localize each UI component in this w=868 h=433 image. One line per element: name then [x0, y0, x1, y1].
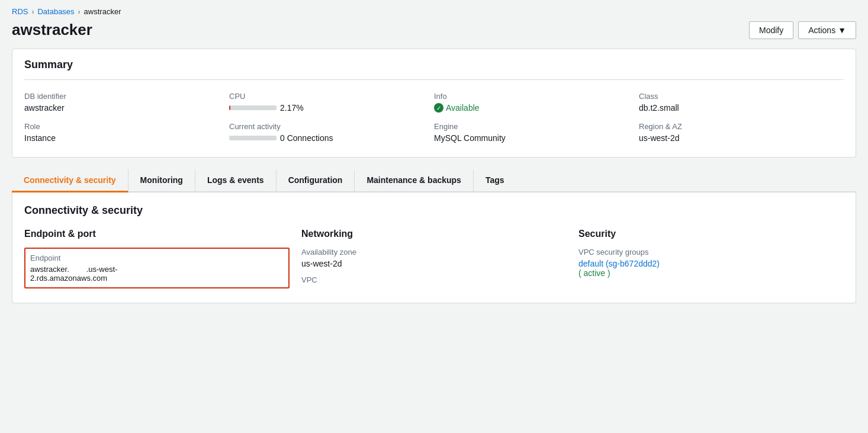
modify-button[interactable]: Modify	[749, 21, 793, 39]
cpu-bar-wrapper: 2.17%	[229, 103, 434, 113]
engine-cell: Engine MySQL Community	[434, 117, 639, 147]
role-cell: Role Instance	[24, 117, 229, 147]
db-identifier-label: DB identifier	[24, 92, 229, 101]
region-value: us-west-2d	[639, 133, 844, 143]
breadcrumb-sep-1: ›	[31, 8, 34, 16]
cpu-label: CPU	[229, 92, 434, 101]
security-title: Security	[578, 229, 844, 239]
endpoint-port-column: Endpoint & port Endpoint awstracker. .us…	[24, 229, 290, 291]
tabs-bar: Connectivity & security Monitoring Logs …	[12, 169, 856, 193]
role-label: Role	[24, 122, 229, 131]
security-column: Security VPC security groups default (sg…	[578, 229, 844, 291]
current-activity-value: 0 Connections	[280, 133, 333, 143]
class-label: Class	[639, 92, 844, 101]
summary-card: Summary DB identifier awstracker CPU 2.1…	[12, 49, 856, 158]
cpu-bar	[229, 105, 277, 110]
tab-connectivity[interactable]: Connectivity & security	[12, 169, 128, 193]
page-title: awstracker	[12, 21, 92, 39]
az-label: Availability zone	[301, 248, 567, 256]
actions-button[interactable]: Actions ▼	[798, 21, 856, 39]
az-value: us-west-2d	[301, 259, 567, 268]
header-buttons: Modify Actions ▼	[749, 21, 856, 39]
engine-label: Engine	[434, 122, 639, 131]
conn-bar-wrapper: 0 Connections	[229, 133, 434, 143]
sg-status: ( active )	[578, 268, 610, 278]
tab-logs[interactable]: Logs & events	[195, 169, 277, 193]
info-value: Available	[446, 103, 480, 113]
role-value: Instance	[24, 133, 229, 143]
endpoint-label: Endpoint	[30, 254, 284, 262]
tab-maintenance[interactable]: Maintenance & backups	[355, 169, 474, 193]
status-available: ✓ Available	[434, 103, 639, 113]
content-columns: Endpoint & port Endpoint awstracker. .us…	[24, 229, 844, 291]
cpu-cell: CPU 2.17%	[229, 87, 434, 117]
summary-grid: DB identifier awstracker CPU 2.17% Info …	[24, 87, 844, 147]
engine-value: MySQL Community	[434, 133, 639, 143]
breadcrumb: RDS › Databases › awstracker	[12, 7, 856, 16]
tab-monitoring[interactable]: Monitoring	[128, 169, 195, 193]
tab-tags[interactable]: Tags	[474, 169, 516, 193]
sg-link[interactable]: default (sg-b672ddd2)	[578, 259, 660, 268]
chevron-down-icon: ▼	[838, 25, 846, 35]
cpu-value: 2.17%	[280, 103, 304, 113]
db-identifier-cell: DB identifier awstracker	[24, 87, 229, 117]
networking-title: Networking	[301, 229, 567, 239]
breadcrumb-databases[interactable]: Databases	[37, 7, 74, 16]
tab-configuration[interactable]: Configuration	[277, 169, 355, 193]
endpoint-box: Endpoint awstracker. .us-west-2.rds.amaz…	[24, 248, 290, 288]
breadcrumb-sep-2: ›	[78, 8, 81, 16]
vpc-sg-value: default (sg-b672ddd2) ( active )	[578, 259, 844, 278]
region-label: Region & AZ	[639, 122, 844, 131]
check-icon: ✓	[434, 103, 443, 113]
vpc-label: VPC	[301, 275, 567, 284]
class-cell: Class db.t2.small	[639, 87, 844, 117]
info-label: Info	[434, 92, 639, 101]
vpc-sg-label: VPC security groups	[578, 248, 844, 256]
summary-title: Summary	[24, 59, 844, 71]
endpoint-value: awstracker. .us-west-2.rds.amazonaws.com	[30, 265, 284, 283]
current-activity-cell: Current activity 0 Connections	[229, 117, 434, 147]
db-identifier-value: awstracker	[24, 103, 229, 113]
class-value: db.t2.small	[639, 103, 844, 113]
networking-column: Networking Availability zone us-west-2d …	[301, 229, 567, 291]
info-cell: Info ✓ Available	[434, 87, 639, 117]
connectivity-section-title: Connectivity & security	[24, 204, 844, 217]
cpu-bar-fill	[229, 105, 230, 110]
breadcrumb-current: awstracker	[84, 7, 121, 16]
endpoint-port-title: Endpoint & port	[24, 229, 290, 239]
current-activity-label: Current activity	[229, 122, 434, 131]
conn-bar	[229, 136, 277, 140]
breadcrumb-rds[interactable]: RDS	[12, 7, 28, 16]
connectivity-content: Connectivity & security Endpoint & port …	[12, 193, 856, 303]
page-header: awstracker Modify Actions ▼	[12, 21, 856, 39]
region-cell: Region & AZ us-west-2d	[639, 117, 844, 147]
actions-label: Actions	[808, 25, 835, 35]
